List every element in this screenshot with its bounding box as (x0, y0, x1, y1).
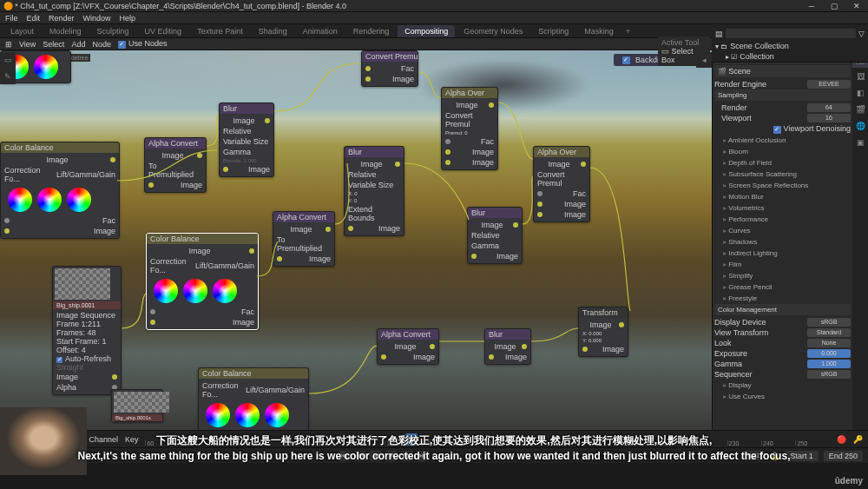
output-properties-tab[interactable]: 🖼 (852, 69, 868, 84)
editor-type-icon[interactable]: ⊞ (5, 40, 12, 49)
node-menu-node[interactable]: Node (92, 40, 111, 49)
tab-uv[interactable]: UV Editing (138, 25, 189, 37)
keying-set-icon[interactable]: 🔑 (853, 435, 863, 444)
blur-node-4[interactable]: Blur ImageImage (484, 328, 531, 365)
sidebar-toggle[interactable]: ◂ (696, 52, 712, 68)
viewlayer-properties-tab[interactable]: ◧ (852, 85, 868, 101)
color-wheel-icon[interactable] (67, 188, 91, 212)
color-wheel-icon[interactable] (265, 403, 289, 427)
tab-modeling[interactable]: Modeling (43, 25, 89, 37)
menu-help[interactable]: Help (120, 14, 136, 23)
timeline-track[interactable]: 6070809010011012013014015016017018019020… (145, 433, 830, 446)
menu-render[interactable]: Render (49, 14, 75, 23)
sequencer-dropdown[interactable]: sRGB (807, 370, 851, 379)
tab-animation[interactable]: Animation (296, 25, 345, 37)
maximize-button[interactable]: ▢ (826, 2, 842, 10)
timeline-menu-channel[interactable]: Channel (89, 435, 118, 444)
tab-geonodes[interactable]: Geometry Nodes (457, 25, 529, 37)
section-shadows[interactable]: Shadows (714, 236, 851, 248)
blur-node-3[interactable]: Blur ImageRelativeGammaImage (467, 207, 523, 264)
minimize-button[interactable]: ─ (804, 2, 819, 10)
section-volumetrics[interactable]: Volumetrics (714, 202, 851, 214)
blur-node[interactable]: Blur Image Relative Variable Size Gamma … (219, 102, 274, 177)
node-editor-viewport[interactable]: Compositing Nodetree Backdrop Color Bala… (0, 50, 712, 430)
section-motionblur[interactable]: Motion Blur (714, 191, 851, 202)
color-wheel-icon[interactable] (154, 279, 178, 303)
alpha-convert-node[interactable]: Alpha Convert Image To Premultiplied Ima… (144, 137, 207, 193)
alpha-convert-node-2[interactable]: Alpha Convert ImageTo PremultipliedImage (273, 211, 335, 267)
section-film[interactable]: Film (714, 259, 851, 270)
current-frame-field[interactable]: 121 (743, 451, 765, 460)
convert-premul-node[interactable]: Convert Premul FacImage (361, 50, 418, 87)
annotate-tool[interactable]: ✎ (0, 69, 16, 84)
node-menu-select[interactable]: Select (43, 40, 64, 49)
world-properties-tab[interactable]: 🌐 (852, 118, 868, 134)
render-engine-dropdown[interactable]: EEVEE (807, 80, 851, 89)
frame-range-lock-icon[interactable]: 🔒 (770, 452, 779, 460)
add-workspace-button[interactable]: + (622, 27, 634, 36)
color-wheel-icon[interactable] (206, 403, 230, 427)
section-sss[interactable]: Subsurface Scattering (714, 169, 851, 180)
timeline-menu-key[interactable]: Key (125, 435, 139, 444)
keyframe-next-button[interactable]: ●▶ (401, 451, 413, 461)
outliner-search[interactable] (726, 29, 856, 38)
color-balance-node-selected[interactable]: Color Balance Image Correction Fo...Lift… (146, 233, 259, 330)
filter-funnel-icon[interactable]: ▽ (858, 30, 865, 38)
tab-shading[interactable]: Shading (252, 25, 294, 37)
section-ssr[interactable]: Screen Space Reflections (714, 180, 851, 191)
play-reverse-button[interactable]: ◀ (370, 451, 382, 461)
scene-collection-row[interactable]: ▾ 🗀 Scene Collection (713, 41, 866, 51)
autokey-icon[interactable]: 🔴 (837, 435, 846, 444)
use-nodes-toggle[interactable]: Use Nodes (118, 39, 168, 49)
display-device-dropdown[interactable]: sRGB (807, 318, 851, 327)
alpha-convert-node-3[interactable]: Alpha Convert ImageImage (377, 328, 439, 365)
section-usecurves[interactable]: Use Curves (714, 391, 851, 402)
look-dropdown[interactable]: None (807, 339, 851, 347)
tab-masking[interactable]: Masking (577, 25, 621, 37)
tab-compositing[interactable]: Compositing (398, 25, 455, 37)
section-curves[interactable]: Curves (714, 225, 851, 236)
scene-datablock[interactable]: 🎬 Scene (714, 65, 851, 77)
section-dof[interactable]: Depth of Field (714, 157, 851, 169)
play-button[interactable]: ▶ (385, 451, 398, 461)
jump-end-button[interactable]: ⏭ (417, 451, 429, 461)
start-frame-field[interactable]: Start 1 (785, 451, 818, 461)
select-tool[interactable]: ▭ (0, 52, 16, 68)
alpha-over-node[interactable]: Alpha Over ImageConvert PremulPremul: 0F… (441, 87, 498, 170)
section-display[interactable]: Display (714, 380, 851, 391)
color-balance-node-3[interactable]: Color Balance Correction Fo...Lift/Gamma… (198, 367, 309, 430)
close-button[interactable]: ✕ (849, 2, 865, 10)
section-simplify[interactable]: Simplify (714, 270, 851, 281)
node-menu-view[interactable]: View (19, 40, 36, 49)
transform-node[interactable]: Transform ImageX: 0.000Y: 0.000Image (578, 307, 628, 357)
render-samples-field[interactable]: 64 (807, 103, 851, 112)
section-performance[interactable]: Performance (714, 214, 851, 225)
viewport-samples-field[interactable]: 16 (807, 114, 851, 122)
alpha-over-node-2[interactable]: Alpha Over ImageConvert PremulFacImageIm… (533, 146, 590, 222)
menu-window[interactable]: Window (83, 14, 111, 23)
node-menu-add[interactable]: Add (71, 40, 85, 49)
end-frame-field[interactable]: End 250 (824, 451, 863, 461)
image-input-node-2[interactable]: Big_ship.0001s (111, 389, 163, 422)
tab-texpaint[interactable]: Texture Paint (190, 25, 250, 37)
playhead[interactable]: 121 (405, 433, 418, 446)
menu-file[interactable]: File (5, 14, 18, 23)
blur-node-2[interactable]: Blur Image Relative Variable Size X: 0 Y… (344, 146, 404, 236)
tab-sculpting[interactable]: Sculpting (90, 25, 136, 37)
collection-row[interactable]: ▸ ☑ Collection (713, 51, 866, 62)
color-wheel-icon[interactable] (8, 188, 32, 212)
gamma-field[interactable]: 1.000 (807, 360, 851, 368)
section-freestyle[interactable]: Freestyle (714, 293, 851, 304)
view-transform-dropdown[interactable]: Standard (807, 328, 851, 337)
tab-scripting[interactable]: Scripting (531, 25, 575, 37)
color-balance-node[interactable]: Color Balance Image Correction Fo...Lift… (0, 142, 120, 239)
section-indirect[interactable]: Indirect Lighting (714, 248, 851, 259)
color-wheel-icon[interactable] (235, 403, 260, 427)
color-wheel-icon[interactable] (183, 279, 207, 303)
menu-edit[interactable]: Edit (27, 14, 41, 23)
image-input-node[interactable]: Big_ship.0001 Image Sequence Frame 1:211… (52, 266, 122, 395)
color-wheel-icon[interactable] (213, 279, 237, 303)
section-gpencil[interactable]: Grease Pencil (714, 281, 851, 293)
tab-layout[interactable]: Layout (3, 25, 41, 37)
jump-start-button[interactable]: ⏮ (339, 451, 351, 461)
